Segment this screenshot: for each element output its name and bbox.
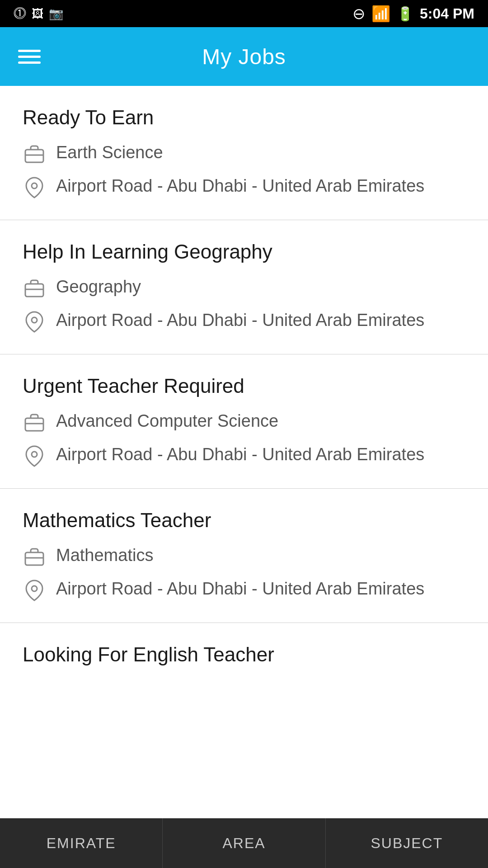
battery-icon: 🔋 xyxy=(397,6,413,22)
subject-text-2: Geography xyxy=(56,276,141,298)
top-nav-bar: My Jobs xyxy=(0,27,488,86)
bottom-tab-bar: EMIRATE AREA SUBJECT xyxy=(0,818,488,868)
wifi-icon: 📶 xyxy=(371,5,390,23)
location-text-4: Airport Road - Abu Dhabi - United Arab E… xyxy=(56,578,424,600)
job-detail-subject-3: Advanced Computer Science xyxy=(23,410,465,434)
svg-point-5 xyxy=(32,317,37,323)
job-title-1: Ready To Earn xyxy=(23,106,465,129)
job-item-3[interactable]: Urgent Teacher Required Advanced Compute… xyxy=(0,354,488,489)
tab-area[interactable]: AREA xyxy=(162,818,325,868)
job-title-4: Mathematics Teacher xyxy=(23,509,465,532)
status-time: 5:04 PM xyxy=(420,5,474,22)
location-text-1: Airport Road - Abu Dhabi - United Arab E… xyxy=(56,175,424,197)
dnd-icon: ⊖ xyxy=(352,5,365,23)
briefcase-icon-4 xyxy=(23,545,46,569)
status-bar: ⓵ 🖼 📷 ⊖ 📶 🔋 5:04 PM xyxy=(0,0,488,27)
menu-button[interactable] xyxy=(18,50,41,64)
briefcase-icon-1 xyxy=(23,142,46,166)
svg-point-11 xyxy=(32,586,37,591)
location-icon-2 xyxy=(23,310,46,334)
location-icon-4 xyxy=(23,579,46,602)
job-detail-subject-2: Geography xyxy=(23,276,465,300)
location-text-2: Airport Road - Abu Dhabi - United Arab E… xyxy=(56,309,424,331)
job-list: Ready To Earn Earth Science Airport Road… xyxy=(0,86,488,818)
menu-line-3 xyxy=(18,61,41,64)
job-title-3: Urgent Teacher Required xyxy=(23,375,465,397)
tab-emirate-label: EMIRATE xyxy=(47,835,116,852)
tab-area-label: AREA xyxy=(222,835,265,852)
image-icon: 🖼 xyxy=(32,7,43,21)
location-text-3: Airport Road - Abu Dhabi - United Arab E… xyxy=(56,443,424,466)
tab-subject[interactable]: SUBJECT xyxy=(325,818,488,868)
job-item-2[interactable]: Help In Learning Geography Geography Air… xyxy=(0,220,488,354)
job-detail-subject-1: Earth Science xyxy=(23,142,465,166)
svg-rect-3 xyxy=(25,284,43,297)
camera-icon: 📷 xyxy=(49,7,63,21)
status-bar-left: ⓵ 🖼 📷 xyxy=(14,6,63,21)
svg-rect-0 xyxy=(25,150,43,162)
job-detail-location-3: Airport Road - Abu Dhabi - United Arab E… xyxy=(23,443,465,468)
tab-emirate[interactable]: EMIRATE xyxy=(0,818,162,868)
status-bar-right: ⊖ 📶 🔋 5:04 PM xyxy=(352,5,474,23)
job-item-4[interactable]: Mathematics Teacher Mathematics Airport … xyxy=(0,489,488,623)
menu-line-1 xyxy=(18,50,41,52)
job-detail-location-4: Airport Road - Abu Dhabi - United Arab E… xyxy=(23,578,465,602)
subject-text-3: Advanced Computer Science xyxy=(56,410,278,432)
svg-rect-9 xyxy=(25,552,43,565)
svg-rect-6 xyxy=(25,418,43,431)
job-detail-location-1: Airport Road - Abu Dhabi - United Arab E… xyxy=(23,175,465,199)
tab-subject-label: SUBJECT xyxy=(371,835,443,852)
subject-text-4: Mathematics xyxy=(56,544,153,566)
subject-text-1: Earth Science xyxy=(56,142,163,164)
briefcase-icon-3 xyxy=(23,411,46,434)
location-icon-1 xyxy=(23,176,46,199)
page-title: My Jobs xyxy=(202,44,286,69)
menu-line-2 xyxy=(18,56,41,58)
job-title-5: Looking For English Teacher xyxy=(23,643,465,666)
job-detail-subject-4: Mathematics xyxy=(23,544,465,569)
job-detail-location-2: Airport Road - Abu Dhabi - United Arab E… xyxy=(23,309,465,334)
svg-point-2 xyxy=(32,183,37,189)
job-title-2: Help In Learning Geography xyxy=(23,241,465,263)
svg-point-8 xyxy=(32,452,37,457)
notification-icon: ⓵ xyxy=(14,6,26,21)
job-item-5[interactable]: Looking For English Teacher xyxy=(0,623,488,675)
job-item-1[interactable]: Ready To Earn Earth Science Airport Road… xyxy=(0,86,488,220)
briefcase-icon-2 xyxy=(23,277,46,300)
location-icon-3 xyxy=(23,444,46,468)
